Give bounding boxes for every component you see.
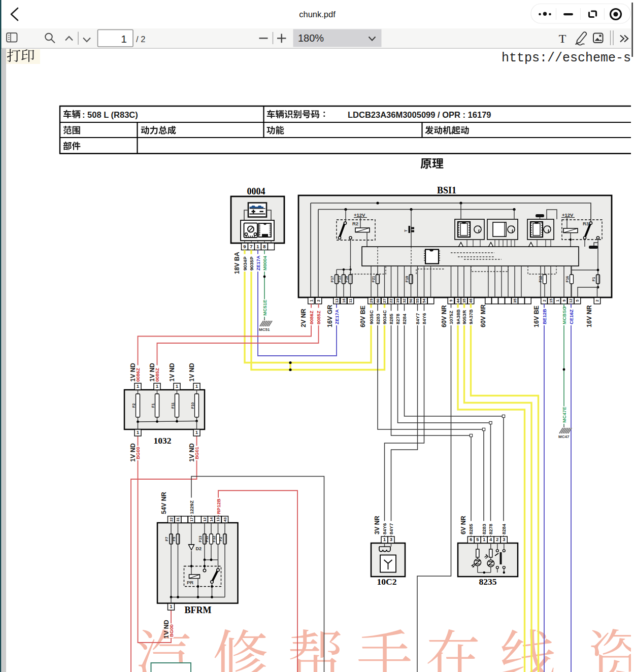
- svg-text:15: 15: [549, 298, 553, 303]
- svg-text:54V NR: 54V NR: [160, 492, 168, 514]
- svg-text:F18: F18: [344, 276, 349, 282]
- svg-text:/ 2: / 2: [136, 35, 145, 44]
- svg-text:6V NR: 6V NR: [460, 516, 467, 534]
- svg-text:8: 8: [263, 244, 265, 249]
- svg-text:F5: F5: [172, 537, 176, 541]
- svg-text:F11: F11: [205, 536, 209, 542]
- svg-text:8283: 8283: [481, 524, 487, 534]
- svg-text:1: 1: [555, 299, 560, 301]
- svg-text:8285: 8285: [388, 313, 394, 324]
- svg-text:43: 43: [223, 517, 227, 521]
- svg-text:84Y6: 84Y6: [382, 523, 387, 534]
- svg-text:+12V: +12V: [562, 212, 574, 218]
- svg-text:5: 5: [476, 537, 479, 542]
- svg-text:10C2: 10C2: [377, 577, 397, 587]
- svg-text:84Y6: 84Y6: [421, 313, 427, 324]
- svg-text:BFRM: BFRM: [185, 605, 212, 615]
- svg-text:6: 6: [470, 537, 472, 542]
- svg-text:12: 12: [203, 517, 207, 521]
- svg-text:F12: F12: [212, 536, 216, 542]
- svg-text:3: 3: [390, 537, 392, 542]
- svg-text:0085Z: 0085Z: [316, 311, 321, 324]
- svg-text:60V BE: 60V BE: [359, 306, 366, 327]
- svg-text:9: 9: [243, 244, 246, 249]
- svg-text:22: 22: [389, 298, 393, 303]
- svg-text:F12: F12: [538, 276, 543, 282]
- svg-text:M0004: M0004: [262, 255, 268, 271]
- svg-text:MC47E: MC47E: [561, 407, 567, 423]
- svg-text:ZE17A: ZE17A: [255, 255, 261, 271]
- svg-text:ZE17A: ZE17A: [334, 309, 340, 324]
- svg-text:60V NR: 60V NR: [441, 305, 448, 327]
- svg-text:R3: R3: [583, 221, 589, 226]
- svg-text:46: 46: [469, 298, 473, 303]
- svg-text:18V BA: 18V BA: [233, 252, 241, 274]
- svg-text:9: 9: [449, 299, 453, 301]
- svg-text:9: 9: [562, 299, 566, 301]
- svg-text:4: 4: [489, 537, 492, 542]
- svg-text:MC47: MC47: [558, 434, 570, 439]
- svg-text:2: 2: [496, 537, 498, 542]
- svg-text:9034P: 9034P: [242, 256, 248, 271]
- svg-text:8278: 8278: [488, 524, 493, 534]
- svg-text:8278: 8278: [395, 314, 401, 324]
- svg-text:50: 50: [409, 298, 413, 303]
- svg-text:F1: F1: [151, 404, 155, 408]
- svg-text:1: 1: [195, 384, 198, 389]
- svg-text:1: 1: [176, 384, 178, 389]
- svg-text:8284: 8284: [501, 523, 507, 534]
- svg-text:F1: F1: [591, 277, 596, 281]
- svg-text:9034C: 9034C: [382, 310, 387, 324]
- svg-text:D2: D2: [196, 546, 202, 551]
- svg-text:7: 7: [250, 244, 252, 249]
- svg-text:BG00: BG00: [169, 624, 174, 637]
- svg-text:1: 1: [383, 537, 386, 542]
- svg-text:8235: 8235: [479, 577, 497, 587]
- svg-text:1075Z: 1075Z: [448, 311, 454, 324]
- svg-text:0085Z: 0085Z: [154, 368, 160, 382]
- svg-text:F10: F10: [190, 402, 195, 409]
- svg-text:3: 3: [503, 537, 505, 542]
- svg-text:F16: F16: [565, 276, 570, 282]
- svg-text:60V MR: 60V MR: [480, 305, 487, 327]
- svg-text:0086Z: 0086Z: [309, 311, 314, 324]
- svg-text:F2: F2: [131, 404, 136, 408]
- svg-text:9035P: 9035P: [249, 256, 254, 271]
- svg-text:55: 55: [415, 298, 420, 303]
- svg-text:22: 22: [169, 517, 174, 521]
- svg-text:F7: F7: [164, 537, 169, 541]
- svg-text:1: 1: [137, 430, 139, 435]
- svg-text:54: 54: [422, 298, 426, 303]
- svg-text:16: 16: [342, 298, 346, 303]
- svg-text:F13: F13: [198, 536, 203, 542]
- svg-text:chunk.pdf: chunk.pdf: [299, 10, 336, 19]
- svg-text:1V ND: 1V ND: [188, 363, 195, 382]
- svg-text:0086Z: 0086Z: [135, 368, 141, 382]
- svg-text:1: 1: [121, 33, 127, 45]
- svg-text:84Y7: 84Y7: [388, 523, 394, 534]
- svg-text:T: T: [559, 32, 566, 45]
- svg-text:84Y7: 84Y7: [415, 313, 420, 324]
- svg-text:BSI1: BSI1: [437, 185, 456, 195]
- svg-text:16V GR: 16V GR: [326, 305, 333, 327]
- svg-text:11: 11: [348, 299, 353, 303]
- svg-text:F11: F11: [171, 402, 175, 409]
- svg-text:1V ND: 1V ND: [169, 363, 176, 382]
- svg-text:9A37B: 9A37B: [468, 309, 474, 324]
- svg-text:+12V: +12V: [354, 212, 365, 218]
- svg-text:2: 2: [316, 299, 321, 301]
- svg-text:MC51: MC51: [259, 327, 270, 332]
- svg-text:9035C: 9035C: [369, 310, 374, 324]
- svg-text:BG00: BG00: [135, 447, 141, 459]
- svg-text:2: 2: [542, 299, 547, 301]
- svg-text:1229Z: 1229Z: [189, 500, 194, 514]
- svg-text:CE16Z: CE16Z: [569, 309, 574, 324]
- svg-text:35: 35: [462, 298, 466, 303]
- svg-text:RP12B: RP12B: [216, 498, 221, 514]
- svg-text:BG01: BG01: [194, 446, 199, 459]
- svg-text:1: 1: [483, 537, 485, 542]
- svg-text:8283: 8283: [375, 314, 381, 324]
- svg-text:8284: 8284: [402, 313, 407, 324]
- svg-text:0004: 0004: [247, 186, 265, 196]
- svg-text:F21: F21: [371, 276, 376, 282]
